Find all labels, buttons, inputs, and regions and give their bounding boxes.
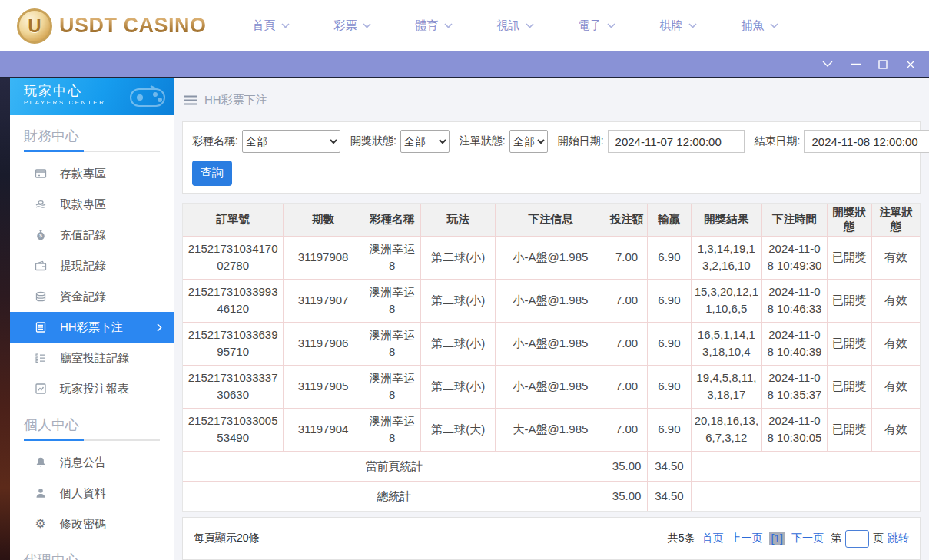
start-date-input[interactable] bbox=[608, 130, 745, 153]
pagination-controls: 共5条 首页 上一页 [1] 下一页 第 页 跳转 bbox=[668, 530, 909, 548]
table-row: 215217310330055349031197904澳洲幸运8第二球(大)大-… bbox=[183, 408, 920, 451]
jump-button[interactable]: 跳转 bbox=[888, 532, 909, 545]
deposit-icon bbox=[34, 167, 47, 181]
grand-summary-empty bbox=[691, 481, 920, 511]
page-jump-group: 第 页 跳转 bbox=[831, 530, 909, 548]
sidebar-item-player-bet-report[interactable]: 玩家投注報表 bbox=[10, 373, 174, 404]
chevron-down-icon bbox=[770, 23, 778, 28]
sidebar-item-hh-lottery-bets[interactable]: HH彩票下注 bbox=[10, 312, 174, 343]
sidebar-item-hall-bet-record[interactable]: 廳室投註記錄 bbox=[10, 343, 174, 373]
section-title-personal: 個人中心 bbox=[24, 416, 160, 434]
background-strip bbox=[0, 78, 10, 560]
table-cell: 第二球(大) bbox=[421, 408, 496, 451]
chevron-right-icon bbox=[157, 323, 162, 332]
gear-icon: ⚙ bbox=[34, 518, 47, 531]
table-row: 215217310339934612031197907澳洲幸运8第二球(小)小-… bbox=[183, 279, 920, 322]
jump-suffix-label: 页 bbox=[873, 532, 884, 545]
page-number-input[interactable] bbox=[845, 530, 869, 548]
table-cell: 已開獎 bbox=[827, 408, 871, 451]
sidebar-item-recharge-record[interactable]: $ 充值記錄 bbox=[10, 220, 174, 250]
sidebar-item-profile[interactable]: 個人資料 bbox=[10, 478, 174, 509]
sidebar-item-notice[interactable]: 消息公告 bbox=[10, 447, 174, 478]
end-date-label: 結束日期: bbox=[755, 134, 801, 148]
table-cell: 澳洲幸运8 bbox=[363, 322, 420, 365]
sidebar-item-withdraw[interactable]: 取款專區 bbox=[10, 189, 174, 220]
table-cell: 2152173103417002780 bbox=[183, 236, 284, 279]
sidebar-item-withdrawal-record[interactable]: 提現記錄 bbox=[10, 250, 174, 281]
next-page-link[interactable]: 下一页 bbox=[791, 532, 824, 545]
grand-summary-row: 總統計 35.00 34.50 bbox=[183, 481, 920, 511]
chevron-down-icon bbox=[444, 23, 453, 28]
section-title-finance: 財務中心 bbox=[24, 127, 160, 145]
table-cell: 有效 bbox=[872, 279, 920, 322]
sidebar-item-label: 個人資料 bbox=[60, 486, 106, 501]
col-draw-status: 開獎狀態 bbox=[827, 204, 871, 236]
user-icon bbox=[34, 487, 47, 500]
table-row: 215217310333373063031197905澳洲幸运8第二球(小)小-… bbox=[183, 365, 920, 408]
table-cell: 2024-11-08 10:35:37 bbox=[762, 365, 828, 408]
sidebar-item-label: 玩家投注報表 bbox=[60, 382, 129, 396]
minimize-icon[interactable] bbox=[841, 51, 869, 77]
table-cell: 有效 bbox=[872, 322, 920, 365]
lottery-name-select[interactable]: 全部 bbox=[242, 130, 340, 153]
collapse-icon[interactable] bbox=[814, 51, 841, 77]
nav-item-home[interactable]: 首頁 bbox=[253, 18, 290, 33]
bell-icon bbox=[34, 456, 47, 469]
maximize-icon[interactable] bbox=[869, 51, 897, 77]
table-cell: 6.90 bbox=[648, 408, 691, 451]
table-cell: 已開獎 bbox=[827, 365, 871, 408]
nav-item-cards[interactable]: 棋牌 bbox=[660, 18, 697, 33]
filter-panel: 彩種名稱: 全部 開獎狀態: 全部 注單狀態: 全部 開始日期: 結束日期: bbox=[182, 121, 921, 194]
bets-table: 訂單號 期數 彩種名稱 玩法 下注信息 投注額 輸贏 開獎結果 下注時間 開獎狀… bbox=[183, 204, 920, 511]
grand-summary-bet-total: 35.00 bbox=[606, 481, 647, 511]
nav-item-fishing[interactable]: 捕魚 bbox=[742, 18, 778, 33]
logo[interactable]: U USDT CASINO bbox=[17, 8, 207, 44]
chevron-down-icon bbox=[688, 23, 697, 28]
order-status-select[interactable]: 全部 bbox=[509, 130, 548, 153]
table-cell: 已開獎 bbox=[827, 322, 871, 365]
draw-status-select[interactable]: 全部 bbox=[400, 130, 450, 153]
table-cell: 2152173103399346120 bbox=[183, 279, 284, 322]
col-period: 期數 bbox=[284, 204, 363, 236]
table-cell: 有效 bbox=[872, 408, 920, 451]
sidebar-item-change-password[interactable]: ⚙ 修改密碼 bbox=[10, 509, 174, 539]
hamburger-icon[interactable] bbox=[184, 95, 197, 105]
col-bet-amount: 投注額 bbox=[606, 204, 647, 236]
col-play-type: 玩法 bbox=[421, 204, 496, 236]
grand-summary-label: 總統計 bbox=[183, 481, 606, 511]
nav-item-label: 視訊 bbox=[497, 18, 520, 33]
sidebar-item-deposit[interactable]: 存款專區 bbox=[10, 158, 174, 189]
table-cell: 已開獎 bbox=[827, 279, 871, 322]
gamepad-icon bbox=[128, 83, 168, 111]
top-navigation: U USDT CASINO 首頁 彩票 體育 視訊 電子 棋牌 捕魚 bbox=[0, 0, 929, 51]
end-date-input[interactable] bbox=[804, 130, 929, 153]
table-cell: 第二球(小) bbox=[421, 279, 496, 322]
page-size-text: 每頁顯示20條 bbox=[194, 532, 260, 545]
first-page-link[interactable]: 首页 bbox=[702, 532, 723, 545]
chevron-down-icon bbox=[363, 23, 371, 28]
table-cell: 6.90 bbox=[648, 322, 691, 365]
table-cell: 澳洲幸运8 bbox=[363, 408, 420, 451]
nav-item-slots[interactable]: 電子 bbox=[579, 18, 615, 33]
recharge-record-icon: $ bbox=[34, 229, 47, 242]
window-titlebar bbox=[0, 51, 929, 77]
col-bet-time: 下注時間 bbox=[762, 204, 828, 236]
page-summary-winloss-total: 34.50 bbox=[648, 451, 691, 481]
nav-item-sports[interactable]: 體育 bbox=[416, 18, 453, 33]
nav-item-video[interactable]: 視訊 bbox=[497, 18, 534, 33]
nav-item-label: 電子 bbox=[579, 18, 602, 33]
nav-item-lottery[interactable]: 彩票 bbox=[334, 18, 371, 33]
withdrawal-record-icon bbox=[34, 260, 47, 273]
lottery-bets-icon bbox=[34, 321, 47, 334]
table-cell: 已開獎 bbox=[827, 236, 871, 279]
query-button[interactable]: 查詢 bbox=[192, 161, 232, 186]
prev-page-link[interactable]: 上一页 bbox=[730, 532, 762, 545]
sidebar-item-funds-record[interactable]: 資金記錄 bbox=[10, 281, 174, 312]
nav-item-label: 捕魚 bbox=[742, 18, 765, 33]
filter-lottery: 彩種名稱: 全部 bbox=[192, 130, 340, 153]
table-cell: 小-A盤@1.985 bbox=[496, 279, 606, 322]
table-cell: 7.00 bbox=[606, 236, 647, 279]
close-icon[interactable] bbox=[897, 51, 924, 77]
sidebar: 玩家中心 PLAYERS CENTER 財務中心 存款專區 取款專區 $ 充值記… bbox=[10, 78, 174, 560]
filter-draw-status: 開獎狀態: 全部 bbox=[350, 130, 450, 153]
